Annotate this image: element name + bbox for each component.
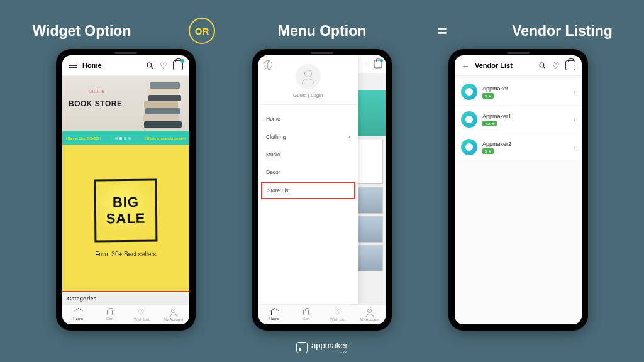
drawer-header: Guest | Login	[258, 55, 358, 105]
wishlist-icon	[334, 309, 341, 316]
drawer-menu-list: Home Clothing› Music Decor Store List	[258, 105, 358, 304]
screen-widget: Home ♡ online BOOK STORE ( Banner Size: …	[62, 55, 189, 324]
vendor-rating-badge: 5 ★	[482, 93, 494, 99]
vendor-row[interactable]: Appmaker2 5 ★ ›	[455, 134, 582, 160]
home-icon	[75, 311, 81, 315]
vendor-avatar	[461, 84, 477, 100]
chevron-right-icon: ›	[348, 133, 350, 140]
logo-subtext: xyz	[311, 349, 348, 353]
vendor-info: Appmaker2 5 ★	[482, 141, 568, 154]
phone-vendor-listing: Vendor List ♡ Appmaker 5 ★ › App	[448, 49, 588, 331]
bottom-nav: Home Cart Wish List My Account	[258, 305, 386, 324]
app-topbar: Home ♡	[62, 55, 189, 76]
vendor-row[interactable]: Appmaker 5 ★ ›	[455, 79, 582, 105]
nav-account[interactable]: My Account	[354, 305, 386, 324]
menu-item-music[interactable]: Music	[258, 146, 358, 163]
bag-icon[interactable]	[565, 60, 575, 70]
menu-item-clothing[interactable]: Clothing›	[258, 128, 358, 146]
back-icon[interactable]	[461, 61, 470, 70]
banner-meta-strip: ( Banner Size: 600x300 ) ( This is an ex…	[62, 131, 189, 145]
phones-row: Home ♡ online BOOK STORE ( Banner Size: …	[0, 49, 644, 331]
cart-icon	[107, 310, 113, 315]
screen-menu: ♡ Guest | Login Home	[258, 55, 386, 324]
side-drawer: Guest | Login Home Clothing› Music Decor…	[258, 55, 358, 304]
sale-frame: BIG SALE	[94, 178, 158, 242]
screen-vendor-list: Vendor List ♡ Appmaker 5 ★ › App	[455, 55, 582, 324]
bag-icon[interactable]	[173, 60, 183, 70]
or-badge: OR	[189, 18, 215, 44]
carousel-dots[interactable]	[115, 137, 131, 140]
sale-text-big: BIG	[113, 194, 139, 210]
banner-size-hint: ( Banner Size: 600x300 )	[66, 136, 101, 140]
nav-cart[interactable]: Cart	[291, 305, 323, 324]
vendor-name: Appmaker	[482, 85, 568, 92]
vendor-list: Appmaker 5 ★ › Appmaker1 4.2 ★ ›	[455, 76, 582, 324]
chevron-right-icon: ›	[573, 116, 575, 123]
vendor-avatar	[461, 111, 477, 128]
heart-icon[interactable]: ♡	[159, 61, 168, 70]
appmaker-logo: appmaker xyz	[296, 341, 348, 353]
account-icon	[170, 309, 177, 316]
nav-cart[interactable]: Cart	[94, 305, 126, 324]
hero-banner[interactable]: online BOOK STORE	[62, 76, 189, 131]
svg-point-2	[540, 63, 544, 67]
categories-header: Categories	[62, 292, 189, 305]
bottom-nav: Home Cart Wish List My Account	[62, 305, 189, 324]
avatar-placeholder[interactable]	[296, 64, 321, 89]
page-title: Home	[82, 62, 140, 69]
banner-example-hint: ( This is an example banner )	[145, 136, 186, 140]
label-widget-option: Widget Option	[13, 23, 151, 40]
big-sale-widget[interactable]: BIG SALE From 30+ Best sellers	[62, 145, 189, 292]
phone-menu-option: ♡ Guest | Login Home	[252, 49, 392, 331]
chevron-right-icon: ›	[573, 88, 575, 96]
vendor-row[interactable]: Appmaker1 4.2 ★ ›	[455, 106, 582, 133]
logo-text: appmaker	[311, 341, 348, 349]
vendor-info: Appmaker 5 ★	[482, 85, 568, 99]
bag-icon	[374, 60, 382, 69]
vendor-avatar	[461, 139, 477, 155]
guest-login-link[interactable]: Guest | Login	[293, 92, 323, 98]
sale-subtitle: From 30+ Best sellers	[95, 251, 157, 258]
vendor-rating-badge: 5 ★	[482, 148, 494, 154]
page-title: Vendor List	[475, 62, 533, 69]
menu-item-home[interactable]: Home	[258, 110, 358, 128]
vendor-info: Appmaker1 4.2 ★	[482, 113, 568, 126]
nav-home[interactable]: Home	[62, 305, 94, 324]
label-menu-option: Menu Option	[253, 23, 391, 40]
account-icon	[366, 309, 374, 316]
search-icon[interactable]	[145, 61, 154, 70]
nav-wishlist[interactable]: Wish List	[322, 305, 354, 324]
equals-sign: =	[429, 21, 455, 41]
books-illustration	[129, 80, 186, 128]
app-topbar: Vendor List ♡	[455, 55, 582, 76]
search-icon[interactable]	[538, 61, 547, 70]
sale-text-sale: SALE	[106, 210, 146, 227]
globe-icon[interactable]	[264, 60, 272, 69]
home-icon	[271, 311, 277, 315]
vendor-name: Appmaker1	[482, 113, 568, 119]
cart-icon	[303, 310, 309, 315]
nav-home[interactable]: Home	[258, 305, 291, 324]
hero-title: BOOK STORE	[69, 99, 122, 108]
svg-line-3	[543, 67, 545, 69]
hero-script: online	[89, 87, 104, 94]
hamburger-icon[interactable]	[69, 61, 77, 70]
label-vendor-listing: Vendor Listing	[493, 23, 631, 40]
svg-point-0	[147, 63, 152, 67]
header-row: Widget Option OR Menu Option = Vendor Li…	[0, 0, 644, 44]
chevron-right-icon: ›	[573, 143, 575, 151]
nav-wishlist[interactable]: Wish List	[126, 305, 158, 324]
phone-widget-option: Home ♡ online BOOK STORE ( Banner Size: …	[56, 49, 196, 331]
menu-item-store-list[interactable]: Store List	[261, 182, 355, 199]
vendor-name: Appmaker2	[482, 141, 568, 147]
wishlist-icon	[138, 309, 145, 316]
logo-icon	[296, 342, 308, 353]
menu-item-decor[interactable]: Decor	[258, 163, 358, 181]
svg-line-1	[151, 67, 153, 69]
nav-account[interactable]: My Account	[158, 305, 190, 324]
heart-icon[interactable]: ♡	[552, 61, 560, 70]
vendor-rating-badge: 4.2 ★	[482, 121, 497, 126]
